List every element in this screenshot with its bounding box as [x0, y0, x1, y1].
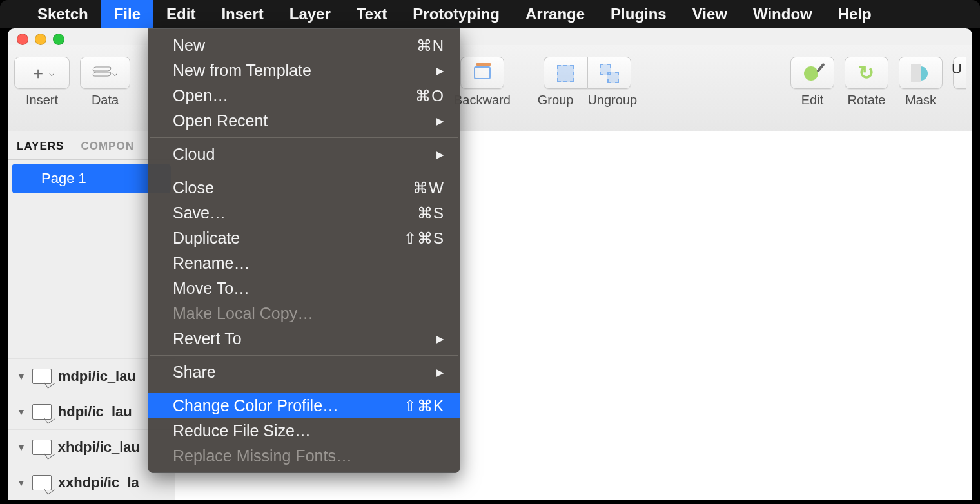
data-button[interactable] [80, 57, 130, 89]
disclosure-triangle-icon[interactable]: ▼ [17, 371, 26, 382]
menu-item-label: Rename… [173, 254, 250, 273]
file-menu-item-make-local-copy: Make Local Copy… [148, 301, 460, 326]
menu-item-label: Revert To [173, 329, 242, 348]
window-close-button[interactable] [17, 34, 28, 45]
artboard-icon [32, 404, 52, 420]
file-menu-item-new[interactable]: New⌘N [148, 33, 460, 58]
menubar-item-help[interactable]: Help [825, 0, 885, 28]
edit-icon [801, 64, 823, 82]
menubar-item-view[interactable]: View [680, 0, 740, 28]
chevron-down-icon [46, 67, 54, 79]
file-menu-item-new-from-template[interactable]: New from Template [148, 58, 460, 83]
menu-item-shortcut: ⌘N [416, 37, 444, 55]
toolbar-data-group: Data [80, 57, 130, 108]
disclosure-triangle-icon[interactable]: ▼ [17, 478, 26, 488]
toolbar-label: Ungroup [587, 93, 637, 108]
file-menu-item-duplicate[interactable]: Duplicate⇧⌘S [148, 226, 460, 251]
menu-item-shortcut: ⇧⌘K [404, 397, 444, 415]
rotate-icon [856, 64, 877, 82]
artboard-icon [32, 369, 52, 384]
stack-icon [93, 66, 110, 79]
system-menubar: Sketch FileEditInsertLayerTextPrototypin… [0, 0, 980, 28]
menubar-item-arrange[interactable]: Arrange [513, 0, 598, 28]
toolbar-label: Edit [801, 93, 823, 108]
toolbar-backward-group: Backward [454, 57, 511, 108]
file-menu-item-reduce-file-size[interactable]: Reduce File Size… [148, 418, 460, 443]
menubar-item-text[interactable]: Text [344, 0, 400, 28]
menu-item-label: Duplicate [173, 229, 240, 247]
toolbar-label: Rotate [848, 93, 886, 108]
menu-separator [150, 171, 458, 171]
insert-button[interactable] [14, 57, 70, 89]
toolbar-label: Mask [905, 93, 936, 108]
disclosure-triangle-icon[interactable]: ▼ [17, 407, 26, 417]
file-menu-item-revert-to[interactable]: Revert To [148, 326, 460, 351]
window-minimize-button[interactable] [35, 34, 46, 45]
menu-separator [150, 137, 458, 138]
menu-item-label: Cloud [173, 145, 215, 164]
menu-item-label: Save… [173, 204, 226, 222]
menu-item-label: Reduce File Size… [173, 422, 311, 440]
menubar-item-plugins[interactable]: Plugins [598, 0, 680, 28]
toolbar-rotate-group: Rotate [845, 57, 888, 108]
artboard-icon [32, 440, 52, 455]
file-menu-item-cloud[interactable]: Cloud [148, 142, 460, 167]
menu-item-label: Make Local Copy… [173, 304, 313, 323]
mask-button[interactable] [899, 57, 943, 89]
menu-item-label: Open Recent [173, 111, 268, 130]
disclosure-triangle-icon[interactable]: ▼ [17, 442, 26, 452]
backward-button[interactable] [460, 57, 504, 89]
file-menu-item-save[interactable]: Save…⌘S [148, 200, 460, 226]
layer-name: xxhdpi/ic_la [58, 474, 139, 491]
menu-item-label: New [173, 36, 205, 55]
file-menu-item-open[interactable]: Open…⌘O [148, 83, 460, 108]
file-menu-item-open-recent[interactable]: Open Recent [148, 108, 460, 133]
menubar-item-prototyping[interactable]: Prototyping [400, 0, 513, 28]
toolbar-insert-group: Insert [14, 57, 70, 108]
menubar-item-edit[interactable]: Edit [153, 0, 208, 28]
mask-icon [910, 64, 932, 82]
ungroup-icon [598, 64, 620, 82]
menubar-app-name[interactable]: Sketch [24, 0, 101, 28]
menu-item-label: Move To… [173, 279, 250, 298]
menu-item-label: Change Color Profile… [173, 396, 338, 415]
group-icon [554, 64, 576, 82]
menu-item-shortcut: ⌘W [413, 179, 444, 197]
menubar-item-layer[interactable]: Layer [277, 0, 344, 28]
edit-button[interactable] [790, 57, 834, 89]
ungroup-button[interactable] [587, 57, 631, 89]
rotate-button[interactable] [845, 57, 888, 89]
file-menu-item-share[interactable]: Share [148, 360, 460, 385]
file-menu-item-move-to[interactable]: Move To… [148, 276, 460, 301]
window-title-fragment: U [952, 61, 962, 77]
file-menu-dropdown: New⌘NNew from TemplateOpen…⌘OOpen Recent… [148, 28, 460, 473]
toolbar-label: Data [92, 93, 119, 108]
menu-item-label: Close [173, 179, 214, 197]
menu-separator [150, 389, 458, 389]
tab-layers[interactable]: LAYERS [17, 140, 64, 159]
menubar-item-insert[interactable]: Insert [208, 0, 276, 28]
tab-components[interactable]: COMPON [81, 140, 134, 159]
send-backward-icon [471, 64, 493, 82]
group-button[interactable] [544, 57, 587, 89]
menu-separator [150, 355, 458, 356]
menubar-item-window[interactable]: Window [740, 0, 825, 28]
menu-item-label: Share [173, 363, 216, 382]
toolbar-group-ungroup: Group Ungroup [538, 57, 637, 108]
toolbar-mask-group: Mask [899, 57, 943, 108]
menu-item-label: Replace Missing Fonts… [173, 447, 352, 465]
window-zoom-button[interactable] [53, 34, 64, 45]
toolbar-label: Insert [26, 93, 58, 108]
menu-item-shortcut: ⌘S [417, 204, 444, 222]
menubar-item-file[interactable]: File [101, 0, 153, 28]
file-menu-item-close[interactable]: Close⌘W [148, 175, 460, 200]
page-row[interactable]: Page 1 [12, 164, 171, 193]
layer-name: mdpi/ic_lau [58, 368, 136, 385]
toolbar-label: Group [538, 93, 574, 108]
file-menu-item-change-color-profile[interactable]: Change Color Profile…⇧⌘K [148, 393, 460, 418]
menu-item-shortcut: ⌘O [415, 87, 444, 105]
layer-name: hdpi/ic_lau [58, 403, 132, 420]
toolbar-label: Backward [454, 93, 511, 108]
artboard-icon [32, 475, 52, 490]
file-menu-item-rename[interactable]: Rename… [148, 251, 460, 276]
